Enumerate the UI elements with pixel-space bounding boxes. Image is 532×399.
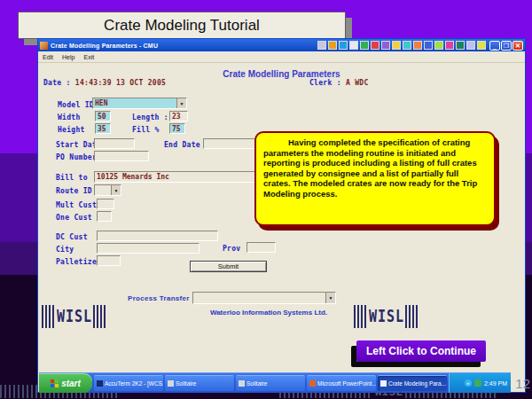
close-button[interactable]: ✕ — [512, 41, 523, 51]
dc-cust-label: DC Cust — [56, 233, 88, 241]
barcode-icon — [405, 305, 419, 328]
slide-background: Crate Modeling Tutorial Crate Modelling … — [0, 0, 532, 399]
toolbar-icon[interactable] — [392, 41, 401, 50]
slide-title: Crate Modeling Tutorial — [18, 12, 346, 39]
window-title: Crate Modelling Parameters - CMU — [51, 43, 317, 49]
route-id-label: Route ID — [56, 187, 92, 195]
dc-cust-input[interactable] — [97, 231, 218, 241]
taskbar-button-crate-modeling[interactable]: Crate Modeling Para... — [378, 375, 447, 391]
process-transfer-select[interactable]: ▼ — [192, 292, 336, 304]
start-label: start — [61, 379, 81, 388]
wisl-logo-text: WISL — [368, 302, 405, 332]
date-value: 14:43:39 13 OCT 2005 — [75, 79, 166, 87]
width-label: Width — [58, 113, 81, 121]
app-icon — [40, 42, 48, 50]
toolbar-icon[interactable] — [466, 41, 475, 50]
end-date-label: End Date — [164, 141, 200, 149]
wisl-logo-right: WISL — [354, 305, 426, 328]
form-heading: Crate Modelling Parameters — [38, 69, 525, 79]
one-cust-input[interactable] — [97, 211, 112, 222]
menu-item-exit[interactable]: Exit — [83, 54, 94, 60]
mult-custs-input[interactable] — [97, 199, 114, 209]
process-transfer-label: Process Transfer : — [128, 294, 194, 302]
toolbar-icon[interactable] — [371, 41, 379, 50]
page-number: 12 — [515, 376, 530, 391]
tutorial-callout: Having completed the specification of cr… — [254, 131, 496, 226]
fill-label: Fill % — [132, 126, 160, 134]
model-id-label: Model ID — [58, 101, 94, 109]
height-label: Height — [58, 126, 85, 134]
solitaire-icon — [168, 380, 174, 387]
wisl-logo-left: WISL — [42, 305, 111, 328]
width-input[interactable]: 50 — [95, 111, 111, 121]
end-date-input[interactable] — [203, 138, 258, 149]
fill-input[interactable]: 75 — [169, 123, 185, 134]
barcode-icon — [93, 305, 107, 328]
powerpoint-icon — [309, 380, 316, 387]
route-id-select[interactable]: ▼ — [94, 184, 121, 196]
toolbar-icon[interactable] — [349, 41, 358, 50]
mult-custs-label: Mult Custs — [56, 201, 101, 209]
menu-item-help[interactable]: Help — [62, 54, 74, 60]
city-input[interactable] — [97, 243, 200, 254]
clerk-label: Clerk : — [309, 79, 341, 87]
window-titlebar[interactable]: Crate Modelling Parameters - CMU _ ❐ ✕ — [38, 39, 525, 51]
chevron-down-icon[interactable]: ▼ — [111, 185, 121, 195]
barcode-icon — [354, 305, 368, 328]
toolbar-icon[interactable] — [339, 41, 348, 50]
date-label: Date : — [43, 79, 71, 87]
menu-item-edit[interactable]: Edit — [43, 54, 53, 60]
restore-button[interactable]: ❐ — [501, 41, 512, 51]
clerk-line: Clerk : A WDC — [309, 79, 369, 87]
taskbar-clock: 2:49 PM — [484, 380, 507, 387]
windows-logo-icon — [51, 379, 59, 387]
prov-input[interactable] — [246, 242, 276, 253]
palletized-input[interactable] — [97, 255, 121, 266]
barcode-icon — [42, 305, 56, 328]
toolbar-icon[interactable] — [317, 41, 326, 50]
taskbar: start AccuTerm 2K2 - [WCS... Solitaire S… — [39, 372, 511, 393]
length-label: Length : — [132, 113, 168, 121]
tray-chevron-icon[interactable]: « — [465, 379, 472, 387]
toolbar-icon[interactable] — [381, 41, 390, 50]
company-footer: Waterloo Information Systems Ltd. — [180, 309, 357, 317]
palletized-label: Palletized — [56, 258, 101, 266]
height-input[interactable]: 35 — [95, 123, 111, 134]
toolbar-icon[interactable] — [424, 41, 433, 50]
toolbar-icon[interactable] — [477, 41, 486, 50]
length-input[interactable]: 23 — [169, 111, 188, 121]
wisl-logo-text: WISL — [56, 302, 93, 332]
process-transfer-value — [193, 293, 325, 303]
accuterm-icon — [97, 380, 103, 387]
po-number-input[interactable] — [94, 151, 149, 161]
continue-button[interactable]: Left Click to Continue — [356, 340, 486, 362]
chevron-down-icon[interactable]: ▼ — [176, 98, 186, 108]
submit-button[interactable]: Submit — [190, 261, 267, 272]
prov-label: Prov — [223, 245, 240, 253]
bill-to-label: Bill to — [56, 174, 88, 182]
taskbar-button-solitaire-2[interactable]: Solitaire — [236, 375, 305, 391]
toolbar-icon[interactable] — [445, 41, 454, 50]
taskbar-button-powerpoint[interactable]: Microsoft PowerPoint... — [307, 375, 376, 391]
model-id-select[interactable]: HEN ▼ — [92, 98, 187, 109]
model-id-value: HEN — [93, 98, 176, 108]
toolbar-icon[interactable] — [434, 41, 443, 50]
toolbar-icon[interactable] — [413, 41, 422, 50]
titlebar-toolbar — [317, 41, 486, 50]
toolbar-icon[interactable] — [360, 41, 369, 50]
po-number-label: PO Number — [56, 153, 97, 161]
route-id-value — [95, 185, 111, 195]
callout-text: Having completed the specification of cr… — [263, 137, 487, 199]
tray-icon[interactable] — [474, 379, 481, 387]
menu-bar: Edit Help Exit — [38, 51, 525, 63]
toolbar-icon[interactable] — [328, 41, 337, 50]
taskbar-button-solitaire-1[interactable]: Solitaire — [165, 375, 234, 391]
chevron-down-icon[interactable]: ▼ — [325, 293, 335, 303]
start-button[interactable]: start — [39, 373, 92, 393]
start-date-input[interactable] — [94, 138, 135, 149]
taskbar-button-accuterm[interactable]: AccuTerm 2K2 - [WCS... — [94, 375, 163, 391]
toolbar-icon[interactable] — [456, 41, 465, 50]
minimize-button[interactable]: _ — [489, 41, 500, 51]
one-cust-label: One Cust % — [56, 214, 101, 222]
toolbar-icon[interactable] — [403, 41, 411, 50]
